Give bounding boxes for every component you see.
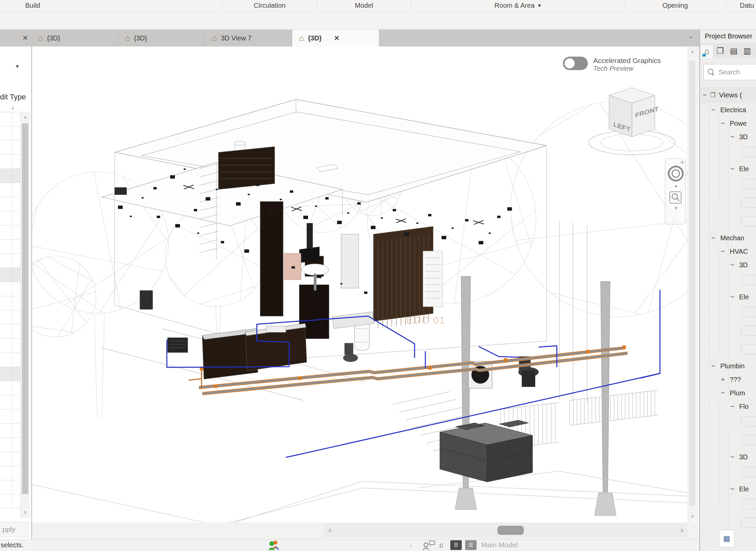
tree-item-ele[interactable]: −Ele <box>700 162 756 176</box>
home-icon[interactable]: ⌂ <box>700 44 714 58</box>
property-row[interactable] <box>0 112 20 126</box>
collapse-icon[interactable]: − <box>730 403 736 410</box>
property-row[interactable] <box>0 353 20 367</box>
design-options-icon[interactable]: ☰ <box>465 540 477 550</box>
visual-style-icon[interactable]: ▧ <box>102 521 118 522</box>
property-row[interactable] <box>0 395 20 409</box>
collapse-icon[interactable]: − <box>721 248 726 255</box>
property-row[interactable] <box>0 494 20 509</box>
collapse-icon[interactable]: − <box>712 362 717 370</box>
view-tab-3[interactable]: ⌂{3D}✕ <box>292 30 379 47</box>
scrollbar-thumb[interactable] <box>22 123 28 494</box>
worksharing-icon[interactable] <box>267 540 280 551</box>
steering-wheel-icon[interactable] <box>666 163 686 184</box>
property-row[interactable] <box>0 339 20 353</box>
collapse-icon[interactable]: − <box>730 261 736 269</box>
tree-item-ele[interactable]: −Ele <box>700 290 756 304</box>
tree-item-3d[interactable]: −3D <box>700 130 756 144</box>
tree-placeholder-item[interactable] <box>741 179 756 189</box>
3d-views-icon[interactable]: ❐ <box>714 44 727 58</box>
horizontal-scrollbar[interactable]: ‹ › <box>324 523 688 538</box>
view-tab-2[interactable]: ⌂3D View 7 <box>205 30 292 47</box>
sun-path-icon[interactable]: ☀ <box>118 521 134 522</box>
edit-type-button[interactable]: dit Type <box>0 93 24 101</box>
temporary-hide-isolate-icon[interactable]: ∞ <box>215 521 232 522</box>
property-row[interactable] <box>0 169 20 183</box>
property-row[interactable] <box>0 225 20 240</box>
tree-placeholder-item[interactable] <box>741 417 756 427</box>
rendering-dialog-icon[interactable]: ♨ <box>151 521 167 522</box>
tree-placeholder-item[interactable] <box>741 216 756 226</box>
viewcube[interactable]: LEFT FRONT <box>581 80 683 158</box>
view-tab-1[interactable]: ⌂{3D} <box>118 30 205 47</box>
editing-requests-icon[interactable] <box>422 540 437 550</box>
property-row[interactable] <box>0 240 20 254</box>
tree-placeholder-item[interactable] <box>741 499 756 509</box>
property-row[interactable] <box>0 325 20 339</box>
tree-placeholder-item[interactable] <box>741 275 756 285</box>
analytical-model-icon[interactable]: # <box>264 521 280 522</box>
docked-panel-icon[interactable]: ▦ <box>719 530 734 547</box>
scrollbar-thumb[interactable] <box>497 526 524 535</box>
collapse-icon[interactable]: − <box>730 453 736 461</box>
tree-item-plumbin[interactable]: −Plumbin <box>700 359 756 373</box>
property-row[interactable] <box>0 296 20 310</box>
resize-grip[interactable]: ⋰ <box>689 524 696 537</box>
tree-item-flo[interactable]: −Flo <box>700 400 756 413</box>
properties-grid[interactable] <box>0 112 20 509</box>
model-viewport[interactable]: EDC 01 <box>32 47 688 522</box>
detail-level-icon[interactable]: ▦ <box>86 521 102 522</box>
zoom-tool-icon[interactable] <box>669 191 683 205</box>
property-row[interactable] <box>0 141 20 155</box>
property-row[interactable] <box>0 367 20 381</box>
scroll-right-icon[interactable]: › <box>676 526 688 535</box>
vertical-scrollbar[interactable]: ∧ ∨ <box>688 47 697 522</box>
crop-view-icon[interactable]: ▢✕ <box>167 521 183 522</box>
zoom-dropdown-icon[interactable]: ▼ <box>674 206 678 210</box>
locked-3d-view-icon[interactable]: ⌂ <box>199 521 215 522</box>
tab-list-chevron-icon[interactable]: ⌄ <box>688 32 693 40</box>
palette-collapse-icon[interactable]: ∧ <box>11 106 14 111</box>
temporary-view-properties-icon[interactable]: ▣ <box>248 521 264 522</box>
collapse-icon[interactable]: − <box>721 120 726 127</box>
search-box[interactable]: Search <box>703 64 756 80</box>
expand-icon[interactable]: + <box>721 376 726 383</box>
tree-item-powe[interactable]: −Powe <box>700 117 756 130</box>
tree-item--[interactable]: +??? <box>700 373 756 386</box>
scroll-down-icon[interactable]: ∨ <box>21 507 30 518</box>
tree-placeholder-item[interactable] <box>741 307 756 317</box>
reveal-hidden-elements-icon[interactable]: ● <box>232 521 248 522</box>
property-row[interactable] <box>0 183 20 197</box>
tree-item-mechan[interactable]: −Mechan <box>700 231 756 245</box>
tree-placeholder-item[interactable] <box>741 344 756 354</box>
property-row[interactable] <box>0 211 20 225</box>
collapse-icon[interactable]: − <box>703 91 708 99</box>
ribbon-panel-model[interactable]: Model <box>324 2 404 10</box>
apply-button[interactable]: pply <box>0 522 29 537</box>
property-row[interactable] <box>0 197 20 211</box>
crop-region-icon[interactable]: ▢ <box>183 521 199 522</box>
property-row[interactable] <box>0 254 20 268</box>
property-row[interactable] <box>0 155 20 169</box>
tree-placeholder-item[interactable] <box>741 518 756 528</box>
properties-scrollbar[interactable]: ∧ ∨ <box>20 112 30 518</box>
tree-item-plum[interactable]: −Plum <box>700 386 756 400</box>
scroll-up-icon[interactable]: ∧ <box>688 47 697 57</box>
tree-placeholder-item[interactable] <box>741 467 756 477</box>
property-row[interactable] <box>0 310 20 325</box>
close-tab-icon[interactable]: ✕ <box>334 34 340 42</box>
ribbon-panel-build[interactable]: Build <box>0 2 73 10</box>
collapse-icon[interactable]: − <box>730 165 736 173</box>
tree-item-3d[interactable]: −3D <box>700 450 756 464</box>
collapse-icon[interactable]: − <box>721 389 726 397</box>
collapse-icon[interactable]: − <box>712 106 717 114</box>
schedules-icon[interactable]: ▤ <box>727 44 740 58</box>
wheel-dropdown-icon[interactable]: ▼ <box>674 184 678 188</box>
accelerated-graphics-toggle[interactable] <box>563 57 588 70</box>
tree-item-3d[interactable]: −3D <box>700 258 756 272</box>
property-row[interactable] <box>0 424 20 438</box>
tree-placeholder-item[interactable] <box>741 435 756 445</box>
view-tab-0[interactable]: ⌂{3D} <box>31 30 118 47</box>
ribbon-panel-opening[interactable]: Opening <box>635 2 716 10</box>
collapse-icon[interactable]: − <box>730 133 736 141</box>
